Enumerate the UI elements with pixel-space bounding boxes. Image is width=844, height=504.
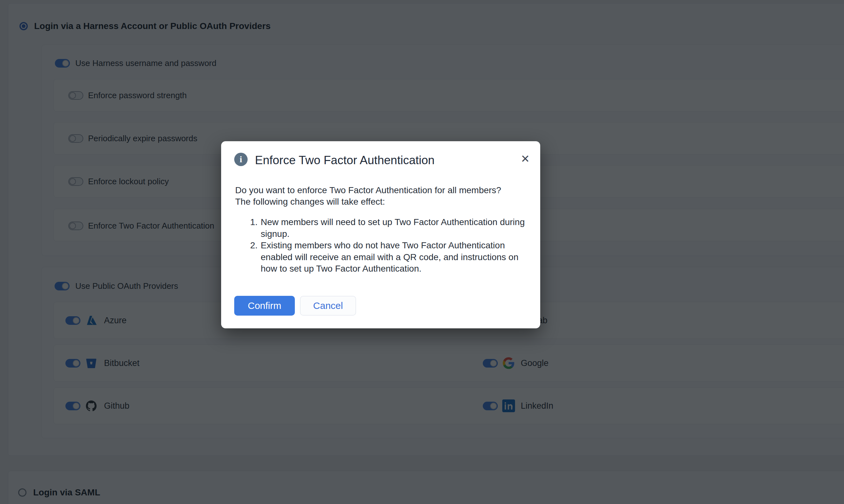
dialog-body-text: Do you want to enforce Two Factor Authen…	[235, 184, 501, 208]
list-item-line: New members will need to set up Two Fact…	[261, 217, 524, 227]
list-item-number: 1.	[250, 216, 258, 228]
list-item: 1.New members will need to set up Two Fa…	[221, 216, 528, 228]
list-item-line: Existing members who do not have Two Fac…	[261, 240, 505, 250]
list-item-line: signup.	[221, 228, 528, 240]
two-factor-confirm-dialog: i Enforce Two Factor Authentication ✕ Do…	[221, 141, 540, 328]
close-icon[interactable]: ✕	[517, 150, 534, 167]
body-line: Do you want to enforce Two Factor Authen…	[235, 184, 501, 196]
authentication-settings-screen: Login via a Harness Account or Public OA…	[0, 0, 844, 504]
list-item-line: enabled will receive an email with a QR …	[221, 252, 528, 263]
list-item-number: 2.	[250, 240, 258, 252]
list-item-line: how to set up Two Factor Authentication.	[221, 263, 528, 275]
dialog-title: Enforce Two Factor Authentication	[255, 153, 435, 167]
dialog-effects-list: 1.New members will need to set up Two Fa…	[221, 216, 528, 275]
cancel-button[interactable]: Cancel	[300, 296, 356, 316]
info-icon: i	[234, 153, 247, 166]
list-item: 2.Existing members who do not have Two F…	[221, 240, 528, 252]
confirm-button[interactable]: Confirm	[234, 296, 295, 316]
body-line: The following changes will take effect:	[235, 196, 501, 208]
